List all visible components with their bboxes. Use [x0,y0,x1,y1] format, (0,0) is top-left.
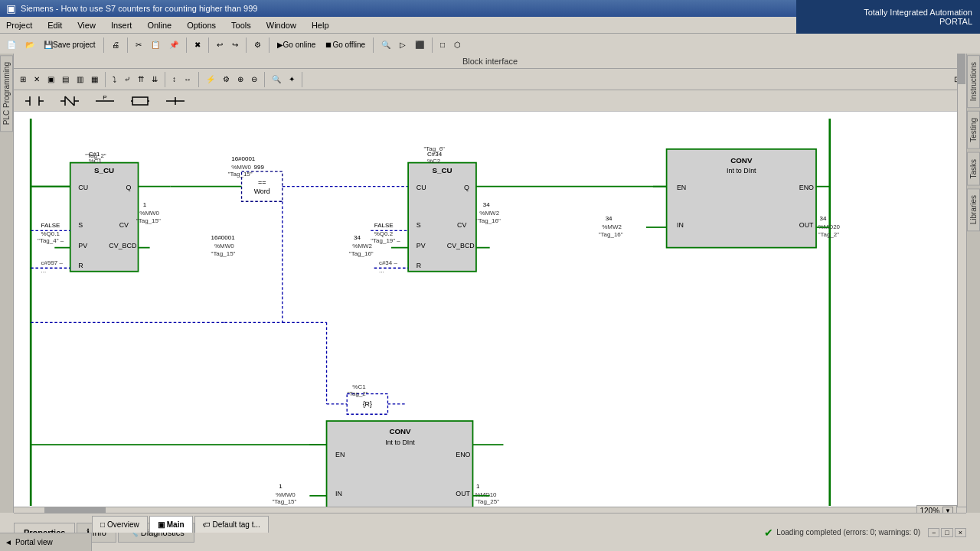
sec-btn-10[interactable]: ⇊ [149,71,161,88]
sec-btn-7[interactable]: ⤵ [109,71,119,88]
open-button[interactable]: 📂 [21,36,38,54]
redo-button[interactable]: ↪ [228,36,242,54]
menu-help[interactable]: Help [309,19,332,31]
sec-btn-2[interactable]: ✕ [31,71,43,88]
status-message: ✔ Loading completed (errors: 0; warnings… [764,527,920,539]
undo-button[interactable]: ↩ [213,36,227,54]
titlebar-title: Siemens - How to use S7 counters for cou… [21,4,257,13]
print-button[interactable]: 🖨 [108,36,123,54]
right-tab-tasks[interactable]: Tasks [967,152,980,186]
svg-text:OUT: OUT [456,490,470,497]
tab-default-tag[interactable]: 🏷 Default tag t... [194,516,269,533]
menu-options[interactable]: Options [184,19,219,31]
sec-btn-1[interactable]: ⊞ [17,71,29,88]
paste-button[interactable]: 📌 [165,36,182,54]
new-icon: 📄 [7,41,16,49]
svg-text:R: R [78,262,83,269]
status-ok-icon: ✔ [764,527,773,539]
toolbar-sep8 [432,37,433,53]
portal-button[interactable]: ⬡ [450,36,465,54]
secondary-toolbar: ⊞ ✕ ▣ ▤ ▥ ▦ ⤵ ⤶ ⇈ ⇊ ↕ ↔ ⚡ ⚙ ⊕ ⊖ 🔍 ✦ ⊡ [14,69,966,90]
tab-overview[interactable]: □ Overview [92,516,148,533]
sec-btn-13[interactable]: ⚡ [203,71,218,88]
sec-btn-18[interactable]: ✦ [286,71,298,88]
sec-btn-4[interactable]: ▤ [59,71,72,88]
svg-text:1: 1 [279,483,283,490]
sec-btn-6[interactable]: ▦ [88,71,101,88]
sec-btn-8[interactable]: ⤶ [121,71,133,88]
svg-text:"Tag_6": "Tag_6" [424,145,446,152]
sec-btn-3[interactable]: ▣ [44,71,57,88]
sec-btn-12[interactable]: ↔ [181,71,194,88]
main-icon: ▣ [158,520,165,529]
menu-tools[interactable]: Tools [228,19,254,31]
sec-btn-14[interactable]: ⚙ [220,71,233,88]
sec-btn-16[interactable]: ⊖ [248,71,260,88]
compile-button[interactable]: ⚙ [250,36,265,54]
right-tab-instructions[interactable]: Instructions [967,55,980,108]
toolbar-sep3 [186,37,187,53]
svg-text:%MW0: %MW0 [231,164,251,171]
menu-edit[interactable]: Edit [44,19,65,31]
panel-max[interactable]: □ [941,528,952,537]
contact-pos[interactable]: P [89,93,121,109]
stop-simulation-button[interactable]: ⬛ [411,36,428,54]
left-tab-plc-programming[interactable]: PLC Programming [0,55,13,132]
delete-button[interactable]: ✖ [191,36,204,54]
menu-view[interactable]: View [74,19,99,31]
svg-text:S_CU: S_CU [94,166,114,174]
sec-btn-17[interactable]: 🔍 [269,71,284,88]
sec-btn-15[interactable]: ⊕ [234,71,247,88]
contact-box[interactable] [124,93,156,109]
svg-text:%MW2: %MW2 [602,223,622,230]
svg-text:"Tag_16": "Tag_16" [599,231,623,238]
open-branch[interactable] [159,93,191,109]
svg-text:OUT: OUT [799,221,814,229]
new-button[interactable]: 📄 [3,36,20,54]
toolbar-sep2 [127,37,128,53]
block-interface-header: Block interface [14,54,966,69]
menu-insert[interactable]: Insert [108,19,136,31]
copy-button[interactable]: 📋 [147,36,164,54]
svg-text:"Tag_15": "Tag_15" [211,250,236,257]
svg-text:"Tag_2": "Tag_2" [818,231,840,238]
sec-btn-11[interactable]: ↕ [169,71,179,88]
right-tab-testing[interactable]: Testing [967,111,980,149]
open-icon: 📂 [25,41,34,49]
save-project-button[interactable]: 💾 Save project [40,36,100,54]
overview-button[interactable]: □ [436,36,449,54]
contact-no[interactable] [18,93,51,109]
go-online-button[interactable]: ▶ Go online [273,36,320,54]
menu-online[interactable]: Online [144,19,175,31]
svg-text:Int to DInt: Int to DInt [727,167,756,174]
menu-window[interactable]: Window [263,19,299,31]
go-offline-button[interactable]: ⏹ Go offline [321,36,369,54]
siemens-icon: ▣ [6,2,16,15]
svg-text:%MW0: %MW0 [139,210,159,217]
right-tab-libraries[interactable]: Libraries [967,188,980,231]
online-icon: ▶ [277,41,283,49]
accessible-devices-button[interactable]: 🔍 [377,36,394,54]
tab-main[interactable]: ▣ Main [149,516,193,533]
start-simulation-button[interactable]: ▷ [396,36,410,54]
svg-line-8 [65,96,74,106]
svg-text:IN: IN [335,490,342,497]
panel-min[interactable]: − [928,528,939,537]
overview-label: Overview [107,520,139,529]
panel-close[interactable]: × [955,528,966,537]
vertical-scrollbar[interactable] [957,54,966,507]
portal-view-button[interactable]: ◄ Portal view [0,533,92,551]
svg-text:16#0001: 16#0001 [211,234,236,241]
svg-text:%C1: %C1 [352,383,366,390]
tag-icon: 🏷 [203,520,211,529]
svg-text:EN: EN [335,451,345,458]
svg-text:"Tag_4" –: "Tag_4" – [38,237,64,244]
canvas-area[interactable]: S_CU CU Q S CV PV CV_BCD R C#1 %C1 "Tag_… [14,112,966,513]
titlebar-left: ▣ Siemens - How to use S7 counters for c… [6,2,257,15]
ladder-diagram: S_CU CU Q S CV PV CV_BCD R C#1 %C1 "Tag_… [14,112,966,513]
contact-nc[interactable] [54,93,86,109]
sec-btn-9[interactable]: ⇈ [135,71,147,88]
cut-button[interactable]: ✂ [132,36,145,54]
sec-btn-5[interactable]: ▥ [74,71,87,88]
menu-project[interactable]: Project [3,19,35,31]
